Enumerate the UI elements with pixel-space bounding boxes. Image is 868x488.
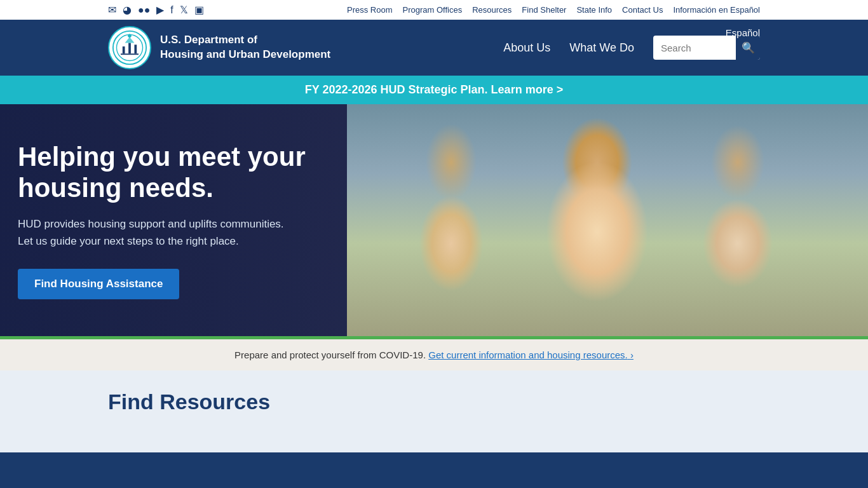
- hero-title: Helping you meet your housing needs.: [18, 141, 337, 204]
- page-bg-fill: [0, 427, 868, 452]
- logo-area[interactable]: U.S. Department of Housing and Urban Dev…: [108, 26, 330, 69]
- espanol-top-link[interactable]: Información en Español: [673, 5, 760, 15]
- find-shelter-link[interactable]: Find Shelter: [522, 5, 566, 15]
- covid-resources-link[interactable]: Get current information and housing reso…: [428, 349, 634, 360]
- email-icon[interactable]: ✉: [108, 4, 116, 16]
- hero-section: Helping you meet your housing needs. HUD…: [0, 104, 868, 336]
- strategic-plan-link[interactable]: FY 2022-2026 HUD Strategic Plan. Learn m…: [305, 83, 563, 96]
- svg-rect-4: [134, 44, 137, 53]
- svg-rect-3: [128, 43, 131, 54]
- search-button[interactable]: 🔍: [736, 36, 760, 60]
- resources-section: Find Resources: [0, 370, 868, 427]
- hero-content: Helping you meet your housing needs. HUD…: [0, 141, 337, 299]
- about-us-nav[interactable]: About Us: [503, 41, 550, 55]
- strategic-plan-bar[interactable]: FY 2022-2026 HUD Strategic Plan. Learn m…: [0, 76, 868, 104]
- rss-icon[interactable]: ◕: [123, 4, 132, 16]
- instagram-icon[interactable]: ▣: [194, 4, 204, 16]
- contact-us-link[interactable]: Contact Us: [622, 5, 663, 15]
- hero-image: [347, 104, 868, 336]
- youtube-icon[interactable]: ▶: [156, 4, 164, 16]
- what-we-do-nav[interactable]: What We Do: [569, 41, 634, 55]
- org-name: U.S. Department of Housing and Urban Dev…: [160, 33, 330, 62]
- svg-point-7: [128, 34, 132, 38]
- search-icon: 🔍: [742, 41, 755, 55]
- espanol-link[interactable]: Español: [726, 27, 760, 38]
- search-bar: 🔍: [653, 36, 760, 60]
- search-input[interactable]: [653, 43, 736, 53]
- program-offices-link[interactable]: Program Offices: [403, 5, 463, 15]
- banner-wrapper: FY 2022-2026 HUD Strategic Plan. Learn m…: [0, 76, 868, 452]
- svg-rect-5: [121, 53, 139, 55]
- covid-notice-bar: Prepare and protect yourself from COVID-…: [0, 339, 868, 370]
- utility-bar: ✉ ◕ ●● ▶ f 𝕏 ▣ Press Room Program Office…: [0, 0, 868, 20]
- twitter-icon[interactable]: 𝕏: [180, 4, 188, 16]
- main-nav: About Us What We Do 🔍: [503, 36, 760, 60]
- state-info-link[interactable]: State Info: [576, 5, 612, 15]
- main-header: U.S. Department of Housing and Urban Dev…: [0, 20, 868, 76]
- facebook-icon[interactable]: f: [170, 4, 173, 16]
- find-housing-button[interactable]: Find Housing Assistance: [18, 269, 179, 299]
- flickr-icon[interactable]: ●●: [138, 4, 150, 16]
- press-room-link[interactable]: Press Room: [347, 5, 393, 15]
- social-icons-group: ✉ ◕ ●● ▶ f 𝕏 ▣: [108, 4, 204, 16]
- resources-link[interactable]: Resources: [472, 5, 512, 15]
- hero-description: HUD provides housing support and uplifts…: [18, 215, 297, 250]
- hero-family-art: [347, 104, 868, 336]
- utility-links: Press Room Program Offices Resources Fin…: [347, 5, 760, 15]
- hud-logo: [108, 26, 151, 69]
- resources-title: Find Resources: [108, 390, 760, 414]
- svg-rect-2: [123, 46, 125, 53]
- covid-text: Prepare and protect yourself from COVID-…: [234, 349, 428, 360]
